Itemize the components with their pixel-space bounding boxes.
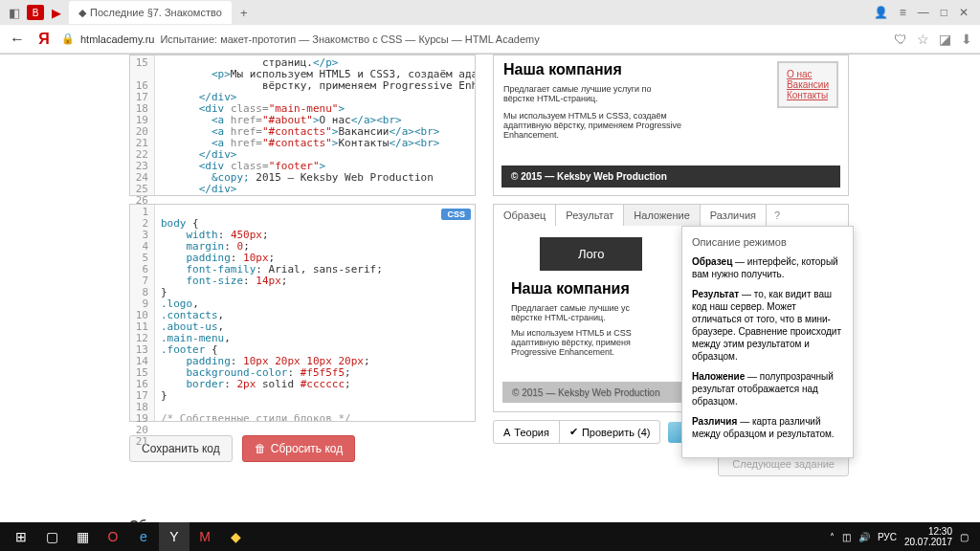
url-bar[interactable]: 🔒 htmlacademy.ru Испытание: макет-протот… [61, 33, 886, 45]
new-tab-button[interactable]: + [234, 2, 255, 23]
settings-icon[interactable]: 👤 [874, 6, 888, 19]
tab-result[interactable]: Результат [556, 205, 624, 226]
pv1-p1: Предлагает самые лучшие услуги по вёрстк… [503, 82, 666, 105]
css-code[interactable]: body { width: 450px; margin: 0; padding:… [155, 205, 475, 421]
html-code[interactable]: страниц.</p> <p>Мы используем HTML5 и CS… [155, 55, 475, 195]
pv1-sidebar: О нас Вакансии Контакты [777, 61, 838, 108]
browser-tab-active[interactable]: ◆ Последние §7. Знакомство [69, 1, 232, 24]
editor-buttons: Сохранить код 🗑 Сбросить код [129, 435, 476, 462]
window-minimize[interactable]: — [918, 6, 929, 19]
window-close[interactable]: ✕ [959, 6, 969, 19]
preview-bottom: Лого Наша компания Предлагает самые лучш… [493, 226, 849, 412]
tab-diff[interactable]: Различия [701, 205, 767, 226]
shield-icon[interactable]: 🛡 [894, 32, 907, 47]
reset-label: Сбросить код [271, 442, 343, 455]
url-title: Испытание: макет-прототип — Знакомство с… [160, 33, 539, 45]
html-editor[interactable]: 15 1617181920212223242526 страниц.</p> <… [129, 55, 476, 196]
left-column: 15 1617181920212223242526 страниц.</p> <… [129, 55, 476, 504]
right-column: Наша компания Предлагает самые лучшие ус… [493, 55, 849, 504]
tt-r2: — то, как видит ваш код наш сервер. Може… [692, 289, 841, 362]
app-tab-3[interactable]: ▶ [46, 2, 67, 23]
css-gutter: 123456789101112131415161718192021 [130, 205, 155, 421]
preview-top: Наша компания Предлагает самые лучшие ус… [493, 55, 849, 196]
app-tab-2[interactable]: B [27, 5, 44, 20]
html-gutter: 15 1617181920212223242526 [130, 55, 155, 195]
trash-icon: 🗑 [255, 442, 266, 455]
opera-icon[interactable]: O [98, 522, 128, 551]
star-icon[interactable]: ☆ [917, 32, 929, 47]
browser-chrome: ◧ B ▶ ◆ Последние §7. Знакомство + 👤 ≡ —… [0, 0, 980, 55]
check-icon: ✔ [569, 426, 578, 438]
pv1-link-about[interactable]: О нас [787, 69, 829, 79]
task-icon-5[interactable]: ◆ [220, 522, 251, 551]
tray-notif-icon[interactable]: ▢ [960, 532, 969, 542]
pv1-link-contacts[interactable]: Контакты [787, 90, 829, 100]
tab-bar: ◧ B ▶ ◆ Последние §7. Знакомство + 👤 ≡ —… [0, 0, 980, 25]
taskbar: ⊞ ▢ ▦ O e Y M ◆ ˄ ◫ 🔊 РУС 12:30 20.07.20… [0, 522, 980, 551]
tab-overlay[interactable]: Наложение [624, 205, 700, 226]
tab-help[interactable]: ? [767, 205, 788, 226]
tray-clock[interactable]: 12:30 20.07.2017 [904, 526, 952, 547]
css-editor[interactable]: CSS 123456789101112131415161718192021 bo… [129, 204, 476, 422]
theory-button[interactable]: AТеория [494, 421, 559, 443]
main-content: 15 1617181920212223242526 страниц.</p> <… [0, 55, 980, 504]
start-button[interactable]: ⊞ [6, 522, 36, 551]
reset-button[interactable]: 🗑 Сбросить код [242, 435, 355, 462]
edge-icon[interactable]: e [128, 522, 159, 551]
check-button[interactable]: ✔Проверить (4) [559, 421, 660, 443]
pv1-footer: © 2015 — Keksby Web Production [501, 165, 840, 187]
check-label: Проверить (4) [582, 427, 651, 438]
tray-lang[interactable]: РУС [878, 532, 897, 542]
tab-favicon: ◆ [78, 7, 86, 19]
window-maximize[interactable]: □ [941, 6, 947, 19]
app-tab-1[interactable]: ◧ [4, 2, 25, 23]
back-button[interactable]: ← [8, 31, 27, 48]
tray-time: 12:30 [904, 526, 952, 537]
css-badge: CSS [441, 209, 471, 220]
nav-bar: ← Я 🔒 htmlacademy.ru Испытание: макет-пр… [0, 25, 980, 54]
tray-net-icon[interactable]: ◫ [842, 532, 851, 542]
tray-up-icon[interactable]: ˄ [830, 532, 835, 542]
check-button-group: AТеория ✔Проверить (4) [493, 420, 660, 444]
mode-tabs: Образец Результат Наложение Различия ? [493, 204, 849, 226]
tt-r1b: Образец [692, 256, 732, 267]
tray-vol-icon[interactable]: 🔊 [858, 532, 870, 542]
pv1-link-vacancies[interactable]: Вакансии [787, 79, 829, 90]
yandex-icon[interactable]: Y [159, 522, 189, 551]
tt-r3b: Наложение [692, 371, 745, 382]
pv2-logo: Лого [540, 237, 642, 271]
tray-date: 20.07.2017 [904, 537, 952, 547]
yandex-button[interactable]: Я [34, 31, 54, 48]
tooltip-title: Описание режимов [692, 236, 843, 248]
task-view-icon[interactable]: ▢ [36, 522, 67, 551]
tt-r2b: Результат [692, 289, 739, 299]
system-tray: ˄ ◫ 🔊 РУС 12:30 20.07.2017 ▢ [830, 526, 974, 547]
pv1-p2: Мы используем HTML5 и CSS3, создаём адап… [503, 105, 685, 145]
tab-title: Последние §7. Знакомство [90, 7, 222, 18]
theory-label: Теория [514, 427, 549, 438]
modes-tooltip: Описание режимов Образец — интерфейс, ко… [681, 226, 854, 458]
menu-icon[interactable]: ≡ [900, 6, 906, 19]
tt-r4b: Различия [692, 416, 737, 427]
pv2-footer-text: © 2015 — Keksby Web Production [512, 387, 660, 398]
tab-sample[interactable]: Образец [494, 205, 556, 226]
task-icon-1[interactable]: ▦ [67, 522, 98, 551]
url-domain: htmlacademy.ru [80, 33, 154, 45]
ext-icon-1[interactable]: ◪ [939, 32, 951, 47]
download-icon[interactable]: ⬇ [961, 32, 972, 47]
font-icon: A [503, 427, 510, 438]
lock-icon: 🔒 [61, 33, 75, 45]
mcafee-icon[interactable]: M [189, 522, 220, 551]
